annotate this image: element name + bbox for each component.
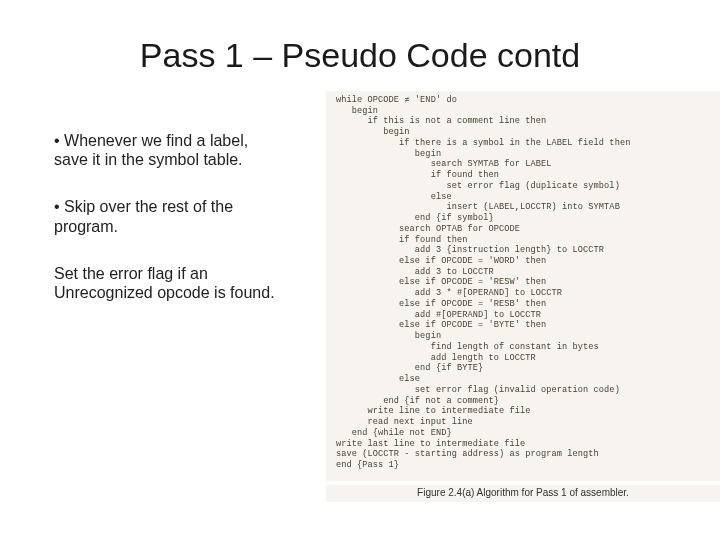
slide-title: Pass 1 – Pseudo Code contd (0, 36, 720, 75)
bullet-2-line-1: Skip over the rest of the (54, 197, 310, 216)
bullet-2-line-2: program. (54, 217, 310, 236)
content-row: Whenever we find a label, save it in the… (0, 91, 720, 502)
bullet-1-line-1: Whenever we find a label, (54, 131, 310, 150)
bullet-1: Whenever we find a label, save it in the… (54, 131, 310, 169)
bullet-3: Set the error flag if an Unrecognized op… (54, 264, 310, 302)
bullet-3-line-1: Set the error flag if an (54, 264, 310, 283)
pseudocode-block: while OPCODE ≠ 'END' do begin if this is… (326, 91, 720, 481)
right-column: while OPCODE ≠ 'END' do begin if this is… (320, 91, 720, 502)
bullet-2: Skip over the rest of the program. (54, 197, 310, 235)
left-column: Whenever we find a label, save it in the… (0, 91, 320, 330)
figure-caption: Figure 2.4(a) Algorithm for Pass 1 of as… (326, 485, 720, 502)
bullet-3-line-2: Unrecognized opcode is found. (54, 283, 310, 302)
bullet-1-line-2: save it in the symbol table. (54, 150, 310, 169)
